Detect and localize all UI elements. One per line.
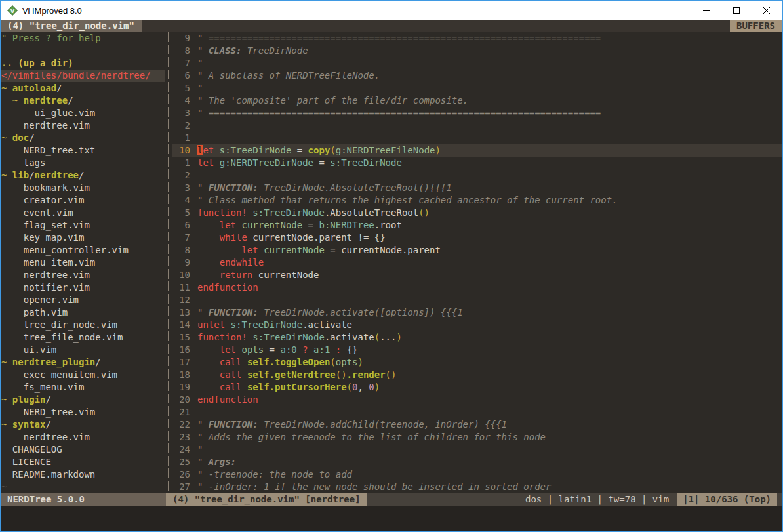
tree-item[interactable]: ~ lib/nerdtree/	[1, 169, 165, 182]
code-line[interactable]: 8 let currentNode = currentNode.parent	[172, 244, 782, 256]
code-line[interactable]: 17 call self.toggleOpen(opts)	[172, 356, 782, 369]
tree-item[interactable]: notifier.vim	[1, 281, 165, 294]
tree-item[interactable]: nerdtree.vim	[1, 269, 165, 281]
line-number: 18	[172, 369, 190, 381]
tree-item[interactable]: event.vim	[1, 207, 165, 219]
code-line[interactable]: 7"	[172, 57, 782, 70]
code-line[interactable]: 2	[172, 119, 782, 132]
tree-item[interactable]: ~ doc/	[1, 132, 165, 144]
code-line[interactable]: 27" -inOrder: 1 if the new node should b…	[172, 481, 782, 493]
tree-item[interactable]: NERD_tree.txt	[1, 144, 165, 157]
statusline-filler	[367, 493, 525, 506]
tree-item[interactable]: nerdtree.vim	[1, 431, 165, 443]
code-line[interactable]: 23" Adds the given treenode to the list …	[172, 431, 782, 443]
tree-item[interactable]: nerdtree.vim	[1, 119, 165, 132]
tree-item[interactable]: tags	[1, 157, 165, 169]
code-line[interactable]: 3" =====================================…	[172, 107, 782, 119]
tree-item[interactable]: CHANGELOG	[1, 443, 165, 456]
code-line[interactable]: 19 call self.putCursorHere(0, 0)	[172, 381, 782, 394]
tree-item-text: tags	[1, 157, 45, 169]
tree-item[interactable]: NERD_tree.vim	[1, 406, 165, 419]
code-line[interactable]: 1	[172, 132, 782, 144]
tab-active[interactable]: (4) "tree_dir_node.vim"	[1, 20, 142, 32]
tree-item[interactable]: path.vim	[1, 306, 165, 319]
tree-item[interactable]: ui.vim	[1, 344, 165, 356]
code-line[interactable]: 9" =====================================…	[172, 32, 782, 45]
code-line[interactable]: 13" FUNCTION: TreeDirNode.activate([opti…	[172, 306, 782, 319]
code-line[interactable]: 10 return currentNode	[172, 269, 782, 281]
code-line[interactable]: 21	[172, 406, 782, 419]
code-line[interactable]: 6 let currentNode = b:NERDTree.root	[172, 219, 782, 232]
tree-item[interactable]: tree_file_node.vim	[1, 331, 165, 344]
code-line[interactable]: 12	[172, 294, 782, 306]
line-number: 13	[172, 306, 190, 319]
tree-item[interactable]: fs_menu.vim	[1, 381, 165, 394]
tree-item-text: key_map.vim	[1, 232, 84, 244]
line-number: 5	[172, 82, 190, 94]
code-text: " Adds the given treenode to the list of…	[197, 431, 546, 443]
code-text: " FUNCTION: TreeDirNode.addChild(treenod…	[197, 419, 507, 431]
code-line[interactable]: 3" FUNCTION: TreeDirNode.AbsoluteTreeRoo…	[172, 182, 782, 194]
line-number: 3	[172, 107, 190, 119]
tree-item[interactable]: ~ syntax/	[1, 419, 165, 431]
code-line[interactable]: 2	[172, 169, 782, 182]
tree-item[interactable]: creator.vim	[1, 194, 165, 207]
tree-item[interactable]: menu_item.vim	[1, 256, 165, 269]
code-line[interactable]: 5function! s:TreeDirNode.AbsoluteTreeRoo…	[172, 207, 782, 219]
code-line[interactable]: 16 let opts = a:0 ? a:1 : {}	[172, 344, 782, 356]
tree-item[interactable]: opener.vim	[1, 294, 165, 306]
tree-item[interactable]: key_map.vim	[1, 232, 165, 244]
code-line[interactable]: 15function! s:TreeDirNode.activate(...)	[172, 331, 782, 344]
code-line[interactable]: 18 call self.getNerdtree().render()	[172, 369, 782, 381]
code-line[interactable]: 22" FUNCTION: TreeDirNode.addChild(treen…	[172, 419, 782, 431]
tree-item[interactable]: exec_menuitem.vim	[1, 369, 165, 381]
vim-app-icon: V	[7, 5, 18, 16]
line-number: 14	[172, 319, 190, 331]
line-number: 2	[172, 119, 190, 132]
code-line[interactable]: 10let s:TreeDirNode = copy(g:NERDTreeFil…	[172, 144, 782, 157]
tree-item[interactable]: tree_dir_node.vim	[1, 319, 165, 331]
tree-item-text: ~ nerdtree_plugin/	[1, 356, 101, 369]
code-line[interactable]: 4" The 'composite' part of the file/dir …	[172, 94, 782, 107]
statusline-nerdtree: NERDTree 5.0.0	[1, 493, 166, 506]
tree-item-text: README.markdown	[1, 468, 95, 481]
tree-item[interactable]: bookmark.vim	[1, 182, 165, 194]
tree-item[interactable]: menu_controller.vim	[1, 244, 165, 256]
tree-item[interactable]: ~ nerdtree_plugin/	[1, 356, 165, 369]
tree-item[interactable]: ui_glue.vim	[1, 107, 165, 119]
tree-item[interactable]: .. (up a dir)	[1, 57, 165, 70]
tree-item-text: nerdtree.vim	[1, 119, 90, 132]
code-line[interactable]: 14unlet s:TreeDirNode.activate	[172, 319, 782, 331]
code-line[interactable]: 24"	[172, 443, 782, 456]
tree-item[interactable]: </vimfiles/bundle/nerdtree/	[1, 70, 165, 82]
code-line[interactable]: 7 while currentNode.parent != {}	[172, 232, 782, 244]
code-line[interactable]: 8" CLASS: TreeDirNode	[172, 45, 782, 57]
tree-item[interactable]: flag_set.vim	[1, 219, 165, 232]
line-number: 23	[172, 431, 190, 443]
tree-item[interactable]: README.markdown	[1, 468, 165, 481]
code-line[interactable]: 5"	[172, 82, 782, 94]
tree-item-text: ~ nerdtree/	[1, 94, 73, 107]
code-line[interactable]: 6" A subclass of NERDTreeFileNode.	[172, 70, 782, 82]
tree-item[interactable]: " Press ? for help	[1, 32, 165, 45]
tree-item[interactable]: LICENCE	[1, 456, 165, 468]
tree-item[interactable]	[1, 45, 165, 57]
tree-item[interactable]: ~	[1, 481, 165, 493]
code-line[interactable]: 11endfunction	[172, 281, 782, 294]
command-line[interactable]	[1, 506, 782, 531]
code-line[interactable]: 20endfunction	[172, 394, 782, 406]
tree-item[interactable]: ~ autoload/	[1, 82, 165, 94]
code-line[interactable]: 26" -treenode: the node to add	[172, 468, 782, 481]
maximize-button[interactable]	[721, 1, 752, 20]
line-number: 12	[172, 294, 190, 306]
code-line[interactable]: 1let g:NERDTreeDirNode = s:TreeDirNode	[172, 157, 782, 169]
code-line[interactable]: 4" Class method that returns the highest…	[172, 194, 782, 207]
minimize-button[interactable]	[691, 1, 721, 20]
code-line[interactable]: 9 endwhile	[172, 256, 782, 269]
tree-item[interactable]: ~ nerdtree/	[1, 94, 165, 107]
line-number: 19	[172, 381, 190, 394]
window-separator[interactable]	[165, 32, 172, 493]
code-line[interactable]: 25" Args:	[172, 456, 782, 468]
close-button[interactable]	[752, 1, 782, 20]
tree-item[interactable]: ~ plugin/	[1, 394, 165, 406]
